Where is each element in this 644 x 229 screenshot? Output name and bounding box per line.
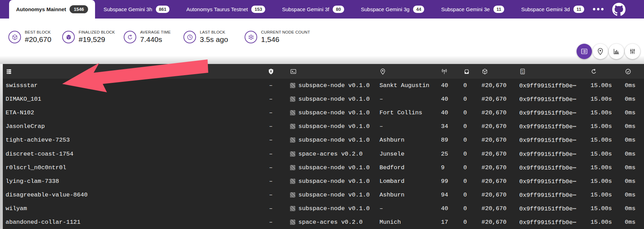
table-row[interactable]: discreet-coast-1754 – space-acres v0.2.0… bbox=[3, 147, 644, 160]
column-transactions-in-queue[interactable] bbox=[458, 68, 479, 75]
table-row[interactable]: DIMAKO_101 – subspace-node v0.1.0 – 40 0… bbox=[3, 92, 644, 106]
stat-value: 3.5s ago bbox=[200, 35, 228, 44]
block-propagation-cell: 0ms bbox=[622, 96, 644, 102]
table-row[interactable]: tight-achieve-7253 – subspace-node v0.1.… bbox=[3, 133, 644, 147]
block-propagation-cell: 0ms bbox=[622, 137, 644, 143]
location-cell: – bbox=[376, 96, 437, 102]
github-icon[interactable] bbox=[612, 3, 625, 16]
network-tab[interactable]: Subspace Gemini 3d 11 bbox=[513, 0, 593, 19]
block-number-cell: #20,670 bbox=[479, 164, 517, 171]
stat-icon bbox=[8, 31, 21, 43]
network-tab-label: Subspace Gemini 3d bbox=[521, 6, 570, 12]
peer-count-cell: 9 bbox=[437, 164, 458, 171]
subspace-logo-icon bbox=[290, 96, 295, 102]
network-tab[interactable]: Autonomys Mainnet 1546 bbox=[9, 0, 95, 19]
network-tab[interactable]: Subspace Gemini 3e 11 bbox=[433, 0, 513, 19]
block-time-cell: 15.00s bbox=[587, 96, 622, 102]
table-row[interactable]: wilyam – subspace-node v0.1.0 – 40 0 #20… bbox=[3, 202, 644, 215]
peer-count-cell: 40 bbox=[437, 205, 458, 212]
stats-view[interactable] bbox=[609, 44, 624, 59]
table-row[interactable]: lying-clam-7338 – subspace-node v0.1.0 L… bbox=[3, 174, 644, 188]
block-number-cell: #20,670 bbox=[479, 82, 517, 89]
list-view[interactable] bbox=[577, 44, 592, 59]
network-tab[interactable]: Autonomys Taurus Testnet 153 bbox=[178, 0, 274, 19]
validator-cell: – bbox=[259, 219, 283, 226]
txs-in-queue-cell: 0 bbox=[458, 178, 479, 185]
stat-item: CURRENT NODE COUNT 1,546 bbox=[245, 30, 310, 44]
peer-count-cell: 89 bbox=[437, 137, 458, 143]
network-tab[interactable]: Subspace Gemini 3h 861 bbox=[95, 0, 178, 19]
location-cell: Bedford bbox=[376, 164, 437, 171]
validator-cell: – bbox=[259, 205, 283, 212]
block-number-cell: #20,670 bbox=[479, 123, 517, 130]
subspace-logo-icon bbox=[290, 83, 295, 88]
block-time-cell: 15.00s bbox=[587, 151, 622, 157]
table-row[interactable]: swissstar – subspace-node v0.1.0 Sankt A… bbox=[3, 79, 644, 92]
network-tab-label: Subspace Gemini 3e bbox=[441, 6, 490, 12]
table-row[interactable]: ETA-N102 – subspace-node v0.1.0 Fort Col… bbox=[3, 106, 644, 120]
implementation-cell: subspace-node v0.1.0 bbox=[283, 178, 376, 185]
block-hash-cell: 0x9ff99151ffb0e⋯ bbox=[517, 95, 587, 103]
column-block-propagation[interactable] bbox=[622, 68, 644, 75]
implementation-cell: subspace-node v0.1.0 bbox=[283, 205, 376, 212]
validator-cell: – bbox=[259, 123, 283, 130]
block-propagation-cell: 0ms bbox=[622, 123, 644, 130]
implementation-cell: subspace-node v0.1.0 bbox=[283, 164, 376, 171]
map-view[interactable] bbox=[593, 44, 608, 59]
table-row[interactable]: abandoned-collar-1121 – space-acres v0.2… bbox=[3, 215, 644, 229]
stat-icon bbox=[245, 31, 257, 43]
implementation-cell: subspace-node v0.1.0 bbox=[283, 137, 376, 143]
network-tab[interactable]: Subspace Gemini 3g 44 bbox=[353, 0, 433, 19]
column-icon bbox=[482, 68, 488, 75]
peer-count-cell: 40 bbox=[437, 109, 458, 116]
block-time-cell: 15.00s bbox=[587, 164, 622, 171]
block-hash-cell: 0x9ff99151ffb0e⋯ bbox=[517, 136, 587, 144]
column-block-number[interactable] bbox=[479, 68, 517, 75]
block-number-cell: #20,670 bbox=[479, 109, 517, 116]
table-row[interactable]: r0lscrl_n0c0ntr0l – subspace-node v0.1.0… bbox=[3, 161, 644, 174]
txs-in-queue-cell: 0 bbox=[458, 205, 479, 212]
column-location[interactable] bbox=[376, 68, 437, 75]
stat-label: FINALIZED BLOCK bbox=[79, 30, 115, 34]
block-hash-cell: 0x9ff99151ffb0e⋯ bbox=[517, 191, 587, 199]
table-left-scrollbar[interactable] bbox=[0, 64, 3, 229]
peer-count-cell: 99 bbox=[437, 178, 458, 185]
column-block-hash[interactable]: 0110 bbox=[517, 68, 587, 75]
settings-view[interactable] bbox=[625, 44, 640, 59]
peer-count-cell: 25 bbox=[437, 151, 458, 157]
implementation-cell: space-acres v0.2.0 bbox=[283, 219, 376, 226]
location-cell: Lombard bbox=[376, 178, 437, 185]
node-name-cell: JasonleCrap bbox=[3, 123, 259, 130]
location-cell: Sankt Augustin bbox=[376, 82, 437, 89]
table-row[interactable]: disagreeable-value-8640 – subspace-node … bbox=[3, 188, 644, 202]
stat-label: AVERAGE TIME bbox=[140, 30, 171, 34]
column-peer-count[interactable] bbox=[437, 68, 458, 75]
node-name-cell: ETA-N102 bbox=[3, 109, 259, 116]
column-implementation[interactable] bbox=[283, 68, 376, 75]
validator-cell: – bbox=[259, 109, 283, 116]
subspace-logo-icon bbox=[290, 110, 295, 115]
peer-count-cell: 40 bbox=[437, 96, 458, 102]
block-propagation-cell: 0ms bbox=[622, 82, 644, 89]
block-hash-cell: 0x9ff99151ffb0e⋯ bbox=[517, 164, 587, 171]
implementation-cell: subspace-node v0.1.0 bbox=[283, 96, 376, 102]
column-validator[interactable] bbox=[259, 68, 283, 75]
location-cell: – bbox=[376, 123, 437, 130]
network-tab[interactable]: Subspace Gemini 3f 80 bbox=[274, 0, 353, 19]
table-row[interactable]: JasonleCrap – subspace-node v0.1.0 – 34 … bbox=[3, 120, 644, 133]
node-count-badge: 861 bbox=[156, 6, 170, 13]
subspace-logo-icon bbox=[290, 124, 295, 129]
txs-in-queue-cell: 0 bbox=[458, 96, 479, 102]
block-time-cell: 15.00s bbox=[587, 137, 622, 143]
column-node-name[interactable] bbox=[3, 68, 259, 75]
stat-label: BEST BLOCK bbox=[25, 30, 51, 34]
more-tabs-button[interactable] bbox=[593, 8, 604, 11]
validator-cell: – bbox=[259, 192, 283, 198]
block-propagation-cell: 0ms bbox=[622, 164, 644, 171]
validator-cell: – bbox=[259, 96, 283, 102]
node-count-badge: 153 bbox=[251, 6, 265, 13]
column-icon bbox=[625, 68, 631, 75]
txs-in-queue-cell: 0 bbox=[458, 123, 479, 130]
stat-item: LAST BLOCK 3.5s ago bbox=[183, 30, 228, 44]
column-block-time[interactable] bbox=[587, 68, 622, 75]
